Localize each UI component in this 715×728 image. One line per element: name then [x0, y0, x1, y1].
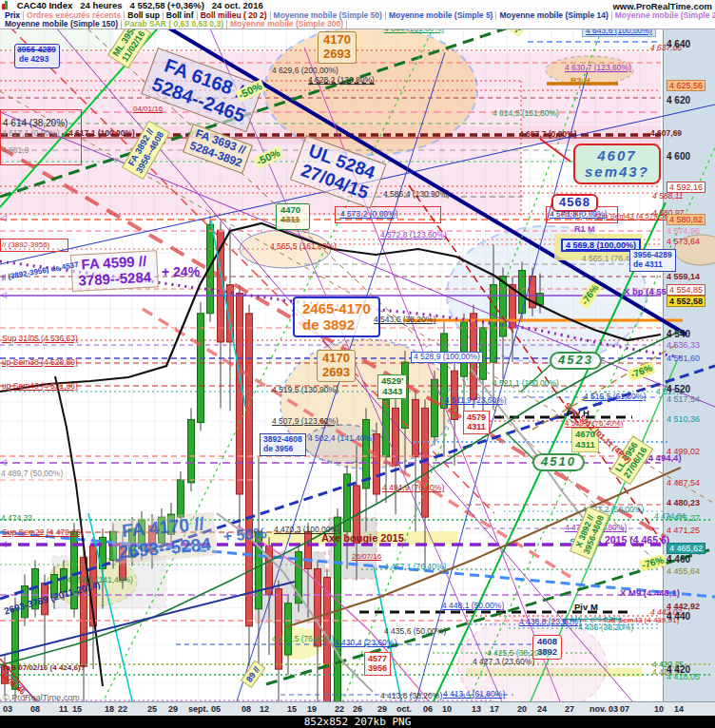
x-axis-label: 25 [147, 704, 157, 714]
prorealtime-logo-icon [2, 1, 11, 10]
x-axis-label: 24 [537, 704, 547, 714]
candle [246, 314, 253, 626]
x-axis-label: nov. [589, 704, 607, 714]
candle [198, 314, 204, 423]
date-label: 24 oct. 2016 [212, 0, 263, 10]
y-axis-label: 4 460 [667, 554, 690, 565]
y-axis-label: 4 580,82 [667, 214, 705, 225]
time-axis[interactable]: 0308111518222529sept.0508121519222629oct… [0, 701, 715, 717]
x-axis-label: 17 [490, 704, 499, 714]
candle [471, 314, 477, 400]
candle [159, 517, 165, 543]
y-axis-label: 4 465,62 [667, 543, 705, 554]
y-axis-label: 4 520 [667, 384, 690, 394]
y-axis-label: 4 640 [667, 39, 690, 49]
y-axis-label: 4 440 [667, 611, 690, 622]
y-axis-label: 4 620 [667, 95, 690, 105]
y-axis-label: 4 559,14 [667, 272, 700, 281]
candle [178, 480, 184, 517]
candle [402, 362, 409, 428]
y-axis-label: 4 517,54 [667, 394, 700, 404]
prorealtime-chart-window: 3956-4289de 4293FA 6168 // 5284--2465ML … [0, 0, 715, 728]
image-size-label: 852x852 207kb PNG [304, 716, 412, 728]
y-axis-label: 4 540 [667, 329, 690, 339]
x-axis-label: 14 [674, 704, 684, 714]
zone-green-tint [0, 29, 114, 52]
candle [305, 531, 312, 568]
candle [461, 322, 468, 376]
x-axis-label: 08 [242, 704, 251, 714]
candle [51, 575, 58, 598]
candle [374, 434, 380, 494]
x-axis-label: 29 [168, 704, 178, 714]
y-axis-label: 4 625,56 [667, 80, 705, 91]
y-axis-label: 4 442,92 [667, 602, 700, 611]
indicator-label[interactable]: Moyenne mobile (Simple 150) [2, 20, 122, 29]
x-axis-label: 20 [517, 704, 527, 714]
header-bar: CAC40 Index 24 heures 4 552,58 (+0,36%) … [0, 0, 715, 29]
timeframe-label[interactable]: 24 heures [80, 0, 122, 10]
y-axis-label: 4 455,64 [667, 566, 700, 576]
x-axis-label: 15 [72, 704, 82, 714]
x-axis-label: sept. [188, 704, 208, 714]
y-axis-label: 4 592,16 [667, 182, 705, 193]
y-axis-label: 4 480,23 [667, 498, 700, 508]
x-axis-label: 12 [260, 704, 269, 714]
x-axis-label: 29 [377, 704, 387, 714]
y-axis-label: 4 573,64 [667, 237, 700, 246]
y-axis-label: 4 552,58 [667, 296, 705, 307]
indicator-row-2: Moyenne mobile (Simple 150)Parab SAR ( 0… [0, 20, 715, 29]
x-axis-label: 15 [287, 704, 297, 714]
x-axis-label: 07 [620, 704, 629, 714]
candle [237, 294, 243, 494]
y-axis-label: 4 600 [667, 151, 690, 162]
x-axis-label: 05 [211, 704, 221, 714]
y-axis-label: 4 510,36 [667, 414, 700, 424]
candle [480, 328, 487, 379]
candle [432, 379, 438, 436]
website-label: www.ProRealTime.com [612, 1, 712, 11]
candle [149, 526, 156, 551]
indicator-label[interactable]: Parab SAR ( 0,63 0,63 0,3) [122, 20, 227, 29]
x-axis-label: 08 [30, 704, 40, 714]
chart-canvas[interactable] [0, 0, 715, 728]
x-axis-label: 26 [353, 704, 362, 714]
x-axis-label: 10 [442, 704, 452, 714]
x-axis-label: 13 [472, 704, 481, 714]
x-axis-label: 18 [105, 704, 114, 714]
x-axis-label: 11 [59, 704, 68, 714]
candle [276, 589, 282, 670]
y-axis-label: 4 554,85 [667, 284, 705, 296]
x-axis-label: 03 [609, 704, 618, 714]
x-axis-label: 22 [118, 704, 127, 714]
candle [344, 474, 351, 531]
x-axis-label: 27 [565, 704, 574, 714]
y-axis-label: 4 536,33 [667, 340, 700, 350]
x-axis-label: 22 [335, 704, 344, 714]
zone-pink-lower [0, 144, 521, 216]
y-axis-label: 4 471,25 [667, 526, 700, 535]
x-axis-label: 10 [654, 704, 664, 714]
image-info-bar: 852x852 207kb PNG [0, 716, 715, 728]
indicator-label[interactable]: Moyenne mobile (Simple 200) [612, 11, 715, 20]
y-axis-label: 4 574,96 [667, 226, 700, 236]
y-axis-label: 4 487,54 [667, 478, 700, 488]
y-axis-label: 4 418,05 [667, 672, 700, 681]
candle [120, 543, 126, 580]
candle [188, 419, 195, 482]
instrument-title[interactable]: CAC40 Index [17, 0, 73, 10]
indicator-label[interactable]: Moyenne mobile (Simple 14) [496, 11, 611, 20]
x-axis-label: 03 [3, 704, 12, 714]
x-axis-label: 19 [307, 704, 317, 714]
y-axis-label: 4 475,27 [667, 513, 700, 523]
indicator-label[interactable]: Moyenne mobile (Simple 300) [227, 20, 347, 29]
candle [168, 514, 175, 534]
y-axis-label: 4 531,60 [667, 354, 700, 363]
candle [42, 584, 48, 615]
last-price-label: 4 552,58 (+0,36%) [129, 0, 203, 10]
y-axis-label: 4 499,02 [667, 447, 700, 456]
candle [285, 603, 292, 655]
x-axis-label: oct. [396, 704, 412, 714]
indicator-label[interactable]: Moyenne mobile (Simple 5) [386, 11, 497, 20]
candle [61, 568, 68, 591]
